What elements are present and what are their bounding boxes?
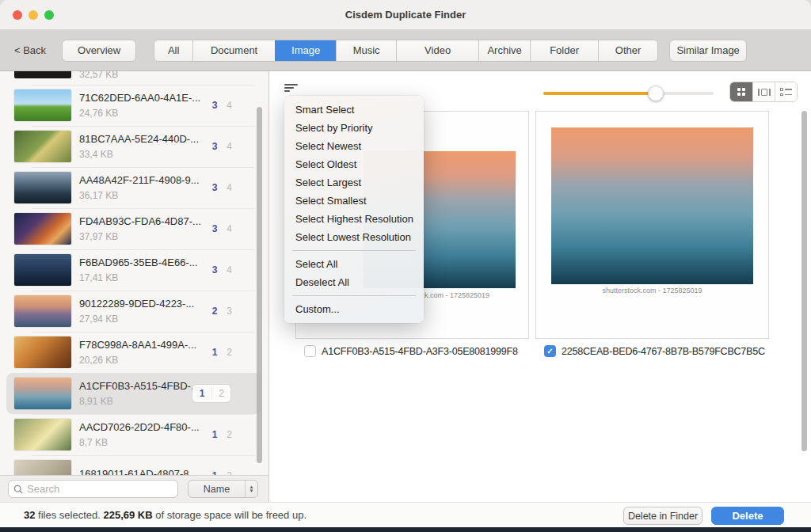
- sort-by-dropdown[interactable]: Name ▲▼: [188, 480, 258, 498]
- group-filesize: 37,97 KB: [79, 231, 206, 242]
- group-filename: 81BC7AAA-5E24-440D-...: [79, 133, 206, 145]
- duplicate-filename: 2258CEAB-BED6-4767-8B7B-B579FCBC7B5C: [562, 346, 765, 357]
- search-box[interactable]: [8, 480, 178, 498]
- list-icon: [780, 88, 792, 96]
- thumbnail: [14, 131, 71, 162]
- menu-item-deselect-all[interactable]: Deselect All: [284, 273, 424, 291]
- group-filename: 90122289-9DED-4223-...: [79, 298, 206, 310]
- minimize-window-button[interactable]: [29, 10, 38, 20]
- menu-item-select-highest-resolution[interactable]: Select Highest Resolution: [284, 210, 424, 228]
- delete-in-finder-button[interactable]: Delete in Finder: [623, 507, 702, 525]
- duplicate-checkbox[interactable]: [304, 345, 316, 357]
- select-menu-trigger-icon[interactable]: [284, 84, 299, 93]
- group-filesize: 27,94 KB: [79, 314, 206, 325]
- group-filesize: 33,4 KB: [79, 149, 206, 160]
- sidebar-scrollbar[interactable]: [257, 107, 262, 463]
- status-text: 32 files selected. 225,69 KB of storage …: [24, 509, 307, 521]
- selected-count-badge: 3: [212, 141, 218, 152]
- close-window-button[interactable]: [13, 10, 22, 20]
- tab-music[interactable]: Music: [336, 40, 396, 61]
- group-filename: A1CFF0B3-A515-4FBD-...: [79, 380, 206, 392]
- group-filename: F6BAD965-35EB-4E66-...: [79, 256, 206, 268]
- total-count-badge: 2: [211, 388, 230, 399]
- list-view-button[interactable]: [775, 82, 797, 101]
- count-badges: 1 2: [192, 385, 230, 402]
- grid-view-button[interactable]: [730, 82, 752, 101]
- duplicate-filename: A1CFF0B3-A515-4FBD-A3F3-05E8081999F8: [322, 346, 518, 357]
- thumbnail: [14, 336, 71, 368]
- tab-video[interactable]: Video: [396, 40, 478, 61]
- menu-item-custom[interactable]: Custom...: [284, 300, 424, 318]
- toolbar: < Back Overview AllDocumentImageMusicVid…: [0, 30, 811, 71]
- main-panel: shutterstock.com - 1725825019 shuttersto…: [270, 71, 811, 475]
- main-scrollbar[interactable]: [801, 111, 807, 451]
- menu-item-select-smallest[interactable]: Select Smallest: [284, 192, 424, 210]
- sidebar-group-row[interactable]: F6BAD965-35EB-4E66-... 17,41 KB 3 4: [0, 249, 268, 291]
- menu-item-select-oldest[interactable]: Select Oldest: [284, 155, 424, 173]
- thumbnail-size-slider[interactable]: [543, 90, 714, 97]
- tab-other[interactable]: Other: [598, 40, 657, 61]
- sidebar-group-row[interactable]: F78C998A-8AA1-499A-... 20,26 KB 1 2: [0, 332, 268, 373]
- similar-image-button[interactable]: Similar Image: [669, 40, 747, 62]
- count-badges: 3 4: [212, 223, 232, 234]
- slider-thumb[interactable]: [648, 86, 664, 101]
- sidebar-group-row[interactable]: AACD7026-2D2D-4F80-... 8,7 KB 1 2: [0, 414, 268, 455]
- count-badges: 2 3: [212, 306, 232, 317]
- menu-divider: [292, 295, 416, 296]
- sidebar-group-row[interactable]: A1CFF0B3-A515-4FBD-... 8,91 KB 1 2: [6, 373, 262, 414]
- sidebar-group-row[interactable]: 81BC7AAA-5E24-440D-... 33,4 KB 3 4: [0, 126, 268, 167]
- duplicate-card[interactable]: shutterstock.com - 1725825019: [535, 111, 769, 339]
- search-input[interactable]: [27, 483, 173, 495]
- sidebar-group-row[interactable]: 71C62DED-6AA0-4A1E-... 24,76 KB 3 4: [0, 85, 268, 126]
- selected-count-badge: 2: [212, 306, 218, 317]
- tab-document[interactable]: Document: [192, 40, 275, 61]
- grid-icon: [737, 88, 745, 96]
- total-count-badge: 2: [227, 429, 232, 440]
- group-filesize: 17,41 KB: [79, 272, 206, 283]
- title-bar: Cisdem Duplicate Finder: [0, 0, 811, 30]
- sidebar-group-row[interactable]: 90122289-9DED-4223-... 27,94 KB 2 3: [0, 291, 268, 332]
- count-badges: 1 2: [212, 429, 232, 440]
- list-item-partial[interactable]: 32,57 KB: [0, 71, 268, 85]
- tab-image[interactable]: Image: [275, 40, 336, 61]
- menu-item-select-largest[interactable]: Select Largest: [284, 173, 424, 192]
- sidebar-group-row[interactable]: FD4AB93C-FDA6-4D87-... 37,97 KB 3 4: [0, 208, 268, 249]
- total-count-badge: 4: [227, 223, 232, 234]
- thumbnail: [14, 419, 71, 450]
- stepper-arrows-icon[interactable]: ▲▼: [245, 481, 257, 497]
- tab-all[interactable]: All: [154, 40, 192, 61]
- sidebar-group-row[interactable]: AA48A42F-211F-4908-9... 36,17 KB 3 4: [0, 167, 268, 208]
- count-badges: 3 4: [212, 264, 232, 276]
- total-count-badge: 4: [227, 182, 232, 193]
- total-count-badge: 4: [227, 141, 232, 152]
- count-badges: 3 4: [212, 100, 232, 111]
- delete-button[interactable]: Delete: [711, 507, 784, 525]
- selected-count-badge: 1: [212, 347, 218, 358]
- total-count-badge: 2: [227, 347, 232, 358]
- group-filename: 16819011-61AD-4807-8...: [79, 468, 206, 475]
- menu-item-select-by-priority[interactable]: Select by Priority: [284, 119, 424, 137]
- back-button[interactable]: < Back: [14, 44, 46, 56]
- menu-divider: [292, 250, 416, 251]
- slider-fill: [543, 92, 656, 95]
- menu-item-select-newest[interactable]: Select Newest: [284, 137, 424, 155]
- status-bar: 32 files selected. 225,69 KB of storage …: [0, 502, 811, 527]
- selected-count-badge: 1: [212, 429, 218, 440]
- tab-folder[interactable]: Folder: [530, 40, 598, 61]
- group-filesize: 20,26 KB: [79, 355, 206, 366]
- smart-select-menu: Smart SelectSelect by PrioritySelect New…: [284, 96, 424, 323]
- sidebar-list: 71C62DED-6AA0-4A1E-... 24,76 KB 3 4 81BC…: [0, 85, 268, 475]
- traffic-lights: [13, 10, 54, 20]
- sidebar-group-row[interactable]: 16819011-61AD-4807-8... 1 2: [0, 455, 268, 475]
- group-filesize: 36,17 KB: [79, 190, 206, 201]
- tab-archive[interactable]: Archive: [478, 40, 530, 61]
- sidebar-footer: Name ▲▼: [0, 475, 269, 502]
- duplicate-checkbox[interactable]: [544, 345, 556, 357]
- menu-item-smart-select[interactable]: Smart Select: [284, 101, 424, 119]
- menu-item-select-lowest-resolution[interactable]: Select Lowest Resolution: [284, 228, 424, 246]
- overview-button[interactable]: Overview: [62, 40, 136, 62]
- duplicate-caption: A1CFF0B3-A515-4FBD-A3F3-05E8081999F8: [304, 345, 518, 357]
- menu-item-select-all[interactable]: Select All: [284, 255, 424, 273]
- zoom-window-button[interactable]: [44, 10, 54, 20]
- coverflow-view-button[interactable]: [752, 82, 775, 101]
